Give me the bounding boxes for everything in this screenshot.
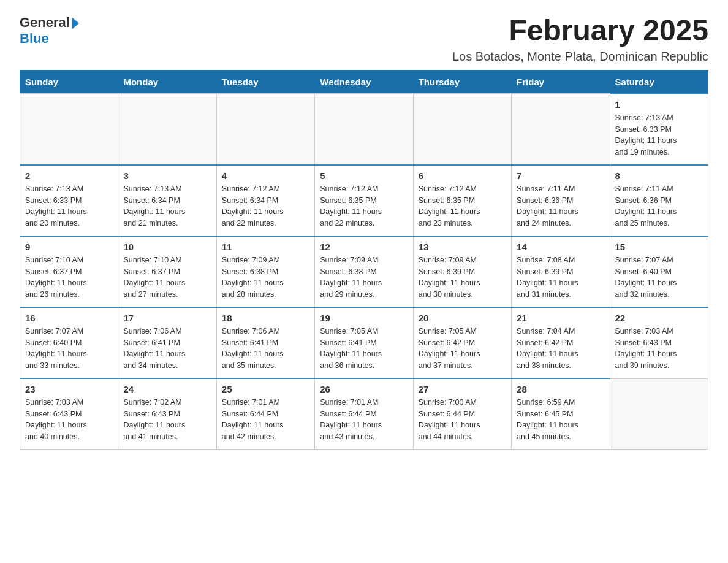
calendar-cell [512,94,610,165]
day-info: Sunrise: 7:09 AM Sunset: 6:38 PM Dayligh… [320,255,408,301]
day-number: 19 [320,313,408,323]
day-number: 22 [615,313,703,323]
calendar-subtitle: Los Botados, Monte Plata, Dominican Repu… [452,50,708,64]
calendar-week-1: 1Sunrise: 7:13 AM Sunset: 6:33 PM Daylig… [20,94,708,165]
calendar-cell: 13Sunrise: 7:09 AM Sunset: 6:39 PM Dayli… [413,236,511,307]
calendar-cell: 1Sunrise: 7:13 AM Sunset: 6:33 PM Daylig… [610,94,708,165]
calendar-cell: 28Sunrise: 6:59 AM Sunset: 6:45 PM Dayli… [512,378,610,450]
day-number: 25 [222,384,309,394]
calendar-cell: 8Sunrise: 7:11 AM Sunset: 6:36 PM Daylig… [610,165,708,236]
day-info: Sunrise: 7:00 AM Sunset: 6:44 PM Dayligh… [419,397,506,443]
day-number: 15 [615,242,703,252]
calendar-cell [20,94,118,165]
day-info: Sunrise: 7:03 AM Sunset: 6:43 PM Dayligh… [25,397,113,443]
calendar-cell: 9Sunrise: 7:10 AM Sunset: 6:37 PM Daylig… [20,236,118,307]
calendar-cell [216,94,314,165]
day-info: Sunrise: 7:06 AM Sunset: 6:41 PM Dayligh… [123,326,211,372]
calendar-cell: 27Sunrise: 7:00 AM Sunset: 6:44 PM Dayli… [413,378,511,450]
day-info: Sunrise: 7:10 AM Sunset: 6:37 PM Dayligh… [25,255,113,301]
calendar-cell: 10Sunrise: 7:10 AM Sunset: 6:37 PM Dayli… [118,236,216,307]
day-number: 4 [222,170,309,181]
day-info: Sunrise: 7:13 AM Sunset: 6:33 PM Dayligh… [615,112,703,158]
day-info: Sunrise: 7:09 AM Sunset: 6:39 PM Dayligh… [419,255,506,301]
calendar-cell: 26Sunrise: 7:01 AM Sunset: 6:44 PM Dayli… [315,378,413,450]
day-info: Sunrise: 7:09 AM Sunset: 6:38 PM Dayligh… [222,255,309,301]
day-info: Sunrise: 6:59 AM Sunset: 6:45 PM Dayligh… [517,397,604,443]
day-number: 6 [419,170,506,181]
calendar-cell: 11Sunrise: 7:09 AM Sunset: 6:38 PM Dayli… [216,236,314,307]
calendar-cell: 15Sunrise: 7:07 AM Sunset: 6:40 PM Dayli… [610,236,708,307]
day-info: Sunrise: 7:01 AM Sunset: 6:44 PM Dayligh… [222,397,309,443]
day-number: 16 [25,313,113,323]
calendar-title: February 2025 [452,15,708,47]
calendar-week-4: 16Sunrise: 7:07 AM Sunset: 6:40 PM Dayli… [20,307,708,378]
weekday-header-saturday: Saturday [610,70,708,94]
day-number: 5 [320,170,408,181]
weekday-header-sunday: Sunday [20,70,118,94]
calendar-cell: 18Sunrise: 7:06 AM Sunset: 6:41 PM Dayli… [216,307,314,378]
day-number: 1 [615,99,703,110]
day-info: Sunrise: 7:07 AM Sunset: 6:40 PM Dayligh… [615,255,703,301]
weekday-header-friday: Friday [512,70,610,94]
calendar-cell: 4Sunrise: 7:12 AM Sunset: 6:34 PM Daylig… [216,165,314,236]
calendar-cell: 24Sunrise: 7:02 AM Sunset: 6:43 PM Dayli… [118,378,216,450]
day-number: 18 [222,313,309,323]
day-info: Sunrise: 7:01 AM Sunset: 6:44 PM Dayligh… [320,397,408,443]
day-number: 17 [123,313,211,323]
day-number: 9 [25,242,113,252]
calendar-cell: 2Sunrise: 7:13 AM Sunset: 6:33 PM Daylig… [20,165,118,236]
calendar-cell: 17Sunrise: 7:06 AM Sunset: 6:41 PM Dayli… [118,307,216,378]
day-info: Sunrise: 7:04 AM Sunset: 6:42 PM Dayligh… [517,326,604,372]
day-number: 24 [123,384,211,394]
day-info: Sunrise: 7:12 AM Sunset: 6:35 PM Dayligh… [320,183,408,229]
calendar-cell: 12Sunrise: 7:09 AM Sunset: 6:38 PM Dayli… [315,236,413,307]
day-info: Sunrise: 7:11 AM Sunset: 6:36 PM Dayligh… [615,183,703,229]
day-number: 2 [25,170,113,181]
day-info: Sunrise: 7:12 AM Sunset: 6:34 PM Dayligh… [222,183,309,229]
day-number: 20 [419,313,506,323]
calendar-cell: 19Sunrise: 7:05 AM Sunset: 6:41 PM Dayli… [315,307,413,378]
calendar-week-2: 2Sunrise: 7:13 AM Sunset: 6:33 PM Daylig… [20,165,708,236]
day-number: 11 [222,242,309,252]
day-number: 7 [517,170,604,181]
calendar-table: SundayMondayTuesdayWednesdayThursdayFrid… [20,70,708,450]
weekday-header-wednesday: Wednesday [315,70,413,94]
day-info: Sunrise: 7:02 AM Sunset: 6:43 PM Dayligh… [123,397,211,443]
calendar-cell: 16Sunrise: 7:07 AM Sunset: 6:40 PM Dayli… [20,307,118,378]
day-info: Sunrise: 7:05 AM Sunset: 6:41 PM Dayligh… [320,326,408,372]
day-number: 13 [419,242,506,252]
calendar-cell: 14Sunrise: 7:08 AM Sunset: 6:39 PM Dayli… [512,236,610,307]
weekday-header-thursday: Thursday [413,70,511,94]
calendar-cell: 3Sunrise: 7:13 AM Sunset: 6:34 PM Daylig… [118,165,216,236]
day-number: 21 [517,313,604,323]
day-info: Sunrise: 7:08 AM Sunset: 6:39 PM Dayligh… [517,255,604,301]
calendar-cell: 21Sunrise: 7:04 AM Sunset: 6:42 PM Dayli… [512,307,610,378]
calendar-week-5: 23Sunrise: 7:03 AM Sunset: 6:43 PM Dayli… [20,378,708,450]
calendar-cell [610,378,708,450]
calendar-cell: 6Sunrise: 7:12 AM Sunset: 6:35 PM Daylig… [413,165,511,236]
day-number: 8 [615,170,703,181]
title-section: February 2025 Los Botados, Monte Plata, … [452,15,708,64]
day-info: Sunrise: 7:12 AM Sunset: 6:35 PM Dayligh… [419,183,506,229]
day-info: Sunrise: 7:13 AM Sunset: 6:34 PM Dayligh… [123,183,211,229]
day-info: Sunrise: 7:03 AM Sunset: 6:43 PM Dayligh… [615,326,703,372]
logo-general: General [20,15,70,31]
day-number: 23 [25,384,113,394]
day-number: 26 [320,384,408,394]
day-number: 27 [419,384,506,394]
calendar-cell: 7Sunrise: 7:11 AM Sunset: 6:36 PM Daylig… [512,165,610,236]
day-info: Sunrise: 7:06 AM Sunset: 6:41 PM Dayligh… [222,326,309,372]
weekday-header-monday: Monday [118,70,216,94]
calendar-cell: 23Sunrise: 7:03 AM Sunset: 6:43 PM Dayli… [20,378,118,450]
calendar-cell [118,94,216,165]
weekday-row: SundayMondayTuesdayWednesdayThursdayFrid… [20,70,708,94]
calendar-cell: 5Sunrise: 7:12 AM Sunset: 6:35 PM Daylig… [315,165,413,236]
day-number: 14 [517,242,604,252]
day-number: 3 [123,170,211,181]
calendar-cell [413,94,511,165]
calendar-header: SundayMondayTuesdayWednesdayThursdayFrid… [20,70,708,94]
day-info: Sunrise: 7:07 AM Sunset: 6:40 PM Dayligh… [25,326,113,372]
logo-blue: Blue [20,31,49,47]
calendar-week-3: 9Sunrise: 7:10 AM Sunset: 6:37 PM Daylig… [20,236,708,307]
calendar-cell: 22Sunrise: 7:03 AM Sunset: 6:43 PM Dayli… [610,307,708,378]
